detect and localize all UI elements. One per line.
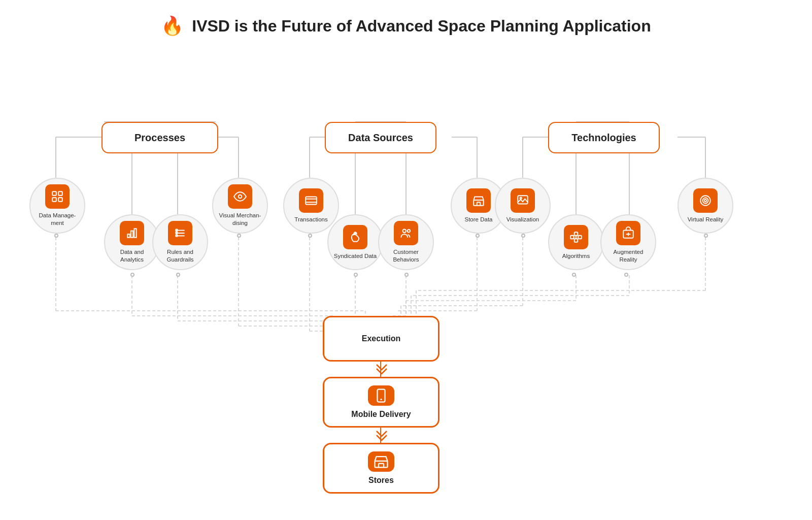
users-icon <box>394 221 418 245</box>
node-algorithms: Algorithms <box>548 214 604 270</box>
svg-rect-84 <box>574 232 578 236</box>
label-stores: Stores <box>368 476 394 485</box>
title-row: 🔥 IVSD is the Future of Advanced Space P… <box>20 15 792 37</box>
grid-icon <box>45 184 70 209</box>
svg-rect-61 <box>58 198 62 202</box>
flame-icon: 🔥 <box>161 15 184 37</box>
store-icon <box>466 188 491 213</box>
node-virtual-reality: Virtual Reality <box>678 178 733 234</box>
label-execution: Execution <box>362 334 400 343</box>
apple-icon <box>343 225 367 249</box>
label-rules-guardrails: Rules and Guardrails <box>157 248 203 264</box>
label-syndicated-data: Syndicated Data <box>334 252 377 260</box>
page-container: 🔥 IVSD is the Future of Advanced Space P… <box>0 0 812 520</box>
chevron-arrow-1 <box>375 363 389 375</box>
dot-augmented-reality <box>624 273 628 277</box>
svg-point-76 <box>408 230 410 232</box>
dot-visual-merchandising <box>237 234 241 238</box>
dot-virtual-reality <box>704 234 708 238</box>
svg-rect-58 <box>52 191 56 196</box>
svg-rect-77 <box>473 200 484 205</box>
label-transactions: Transactions <box>294 216 327 223</box>
label-augmented-reality: Augmented Reality <box>605 248 651 264</box>
node-transactions: Transactions <box>283 178 339 234</box>
image-icon <box>511 188 535 213</box>
bar-chart-icon <box>120 221 144 245</box>
svg-rect-59 <box>58 191 62 196</box>
label-algorithms: Algorithms <box>562 252 590 260</box>
svg-rect-63 <box>131 231 133 238</box>
label-virtual-reality: Virtual Reality <box>688 216 724 223</box>
ar-icon <box>616 221 640 245</box>
list-icon <box>168 221 192 245</box>
vr-icon <box>693 188 718 213</box>
svg-rect-85 <box>574 239 578 242</box>
node-stores: Stores <box>323 443 439 494</box>
svg-rect-83 <box>570 235 574 239</box>
category-technologies: Technologies <box>548 122 660 153</box>
node-customer-behaviors: Customer Behaviors <box>378 214 434 270</box>
dot-rules-guardrails <box>176 273 180 277</box>
category-data-sources: Data Sources <box>325 122 436 153</box>
svg-rect-64 <box>134 229 136 237</box>
dollar-icon <box>299 188 323 213</box>
label-store-data: Store Data <box>465 216 493 223</box>
node-execution: Execution <box>323 316 439 362</box>
diagram: Processes Data Sources Technologies Data… <box>20 57 792 494</box>
chevron-arrow-2 <box>375 429 389 441</box>
node-data-analytics: Data and Analytics <box>104 214 160 270</box>
svg-rect-86 <box>578 235 582 239</box>
category-processes: Processes <box>101 122 218 153</box>
svg-point-94 <box>700 196 710 206</box>
flow-icon <box>564 225 588 249</box>
label-customer-behaviors: Customer Behaviors <box>383 248 429 264</box>
svg-rect-60 <box>52 198 56 202</box>
label-data-management: Data Manage-ment <box>35 212 80 227</box>
page-title: IVSD is the Future of Advanced Space Pla… <box>192 17 651 36</box>
node-syndicated-data: Syndicated Data <box>327 214 383 270</box>
svg-point-96 <box>704 199 706 201</box>
dot-customer-behaviors <box>404 273 409 277</box>
dot-data-management <box>54 234 58 238</box>
dot-data-analytics <box>130 273 134 277</box>
label-data-analytics: Data and Analytics <box>109 248 155 264</box>
node-data-management: Data Manage-ment <box>29 178 85 234</box>
label-mobile-delivery: Mobile Delivery <box>351 410 411 419</box>
svg-point-71 <box>239 195 242 199</box>
node-augmented-reality: Augmented Reality <box>600 214 656 270</box>
dot-store-data <box>476 234 480 238</box>
svg-rect-72 <box>306 197 317 204</box>
node-visualization: Visualization <box>495 178 551 234</box>
label-visual-merchandising: Visual Merchan-dising <box>217 212 263 227</box>
node-mobile-delivery: Mobile Delivery <box>323 377 439 428</box>
svg-rect-62 <box>127 234 129 238</box>
label-visualization: Visualization <box>506 216 539 223</box>
dot-transactions <box>308 234 312 238</box>
node-rules-guardrails: Rules and Guardrails <box>152 214 208 270</box>
svg-point-95 <box>703 198 708 203</box>
svg-point-82 <box>520 197 522 199</box>
svg-rect-99 <box>375 461 388 468</box>
dot-syndicated-data <box>354 273 358 277</box>
dot-visualization <box>521 234 525 238</box>
node-visual-merchandising: Visual Merchan-dising <box>212 178 268 234</box>
dot-algorithms <box>572 273 576 277</box>
svg-point-75 <box>403 229 407 233</box>
mobile-icon <box>368 385 394 406</box>
stores-icon <box>368 451 394 472</box>
eye-icon <box>228 184 252 209</box>
